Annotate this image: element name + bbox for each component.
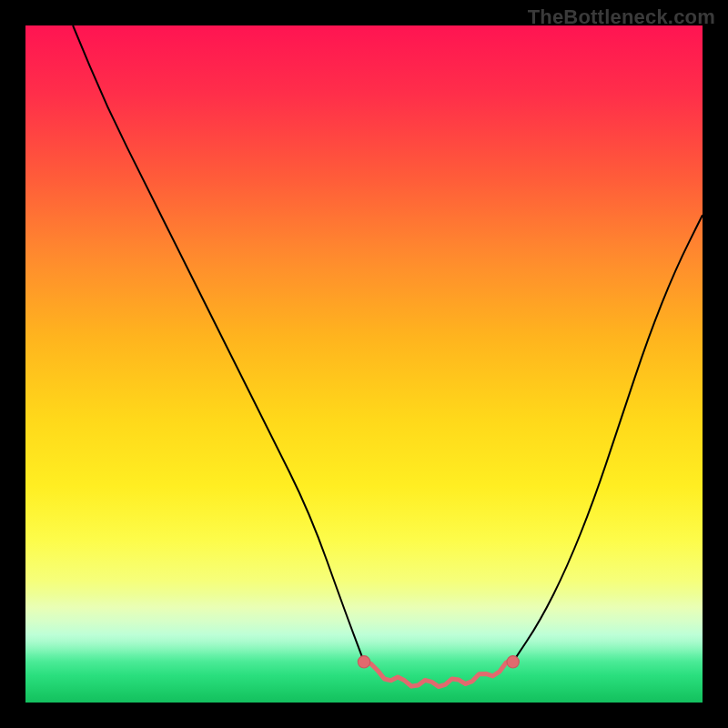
bottom-marker-connector <box>364 661 513 687</box>
curve-right-arm <box>513 215 703 662</box>
plot-area <box>25 25 703 703</box>
chart-frame: TheBottleneck.com <box>0 0 728 728</box>
marker-dot <box>507 656 519 668</box>
curve-left-arm <box>73 25 364 662</box>
chart-svg <box>25 25 703 703</box>
marker-dot <box>358 656 369 668</box>
bottom-marker-dots <box>358 656 519 668</box>
